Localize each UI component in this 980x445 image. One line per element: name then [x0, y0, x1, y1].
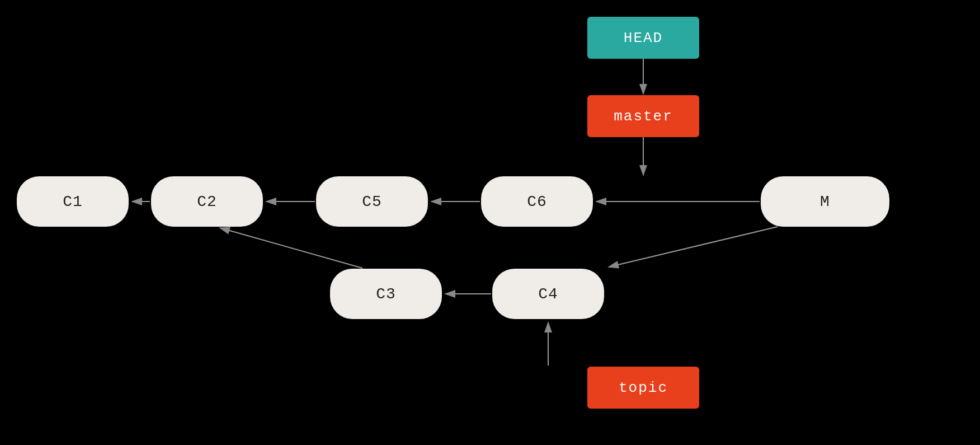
commit-c3: C3 — [330, 269, 442, 319]
commit-c2: C2 — [151, 176, 263, 227]
svg-line-8 — [609, 227, 778, 267]
commit-c1: C1 — [17, 176, 129, 227]
head-label-text: HEAD — [624, 30, 663, 46]
topic-label: topic — [587, 367, 699, 409]
commit-c4: C4 — [492, 269, 604, 319]
svg-line-10 — [220, 228, 362, 268]
head-label: HEAD — [587, 17, 699, 59]
master-label-text: master — [614, 108, 673, 125]
topic-label-text: topic — [619, 380, 668, 396]
master-label: master — [587, 95, 699, 137]
commit-m: M — [761, 176, 889, 227]
commit-c6: C6 — [481, 176, 593, 227]
git-diagram: HEAD master topic C1 C2 C5 C6 M C3 C4 — [0, 0, 980, 445]
commit-c5: C5 — [316, 176, 428, 227]
